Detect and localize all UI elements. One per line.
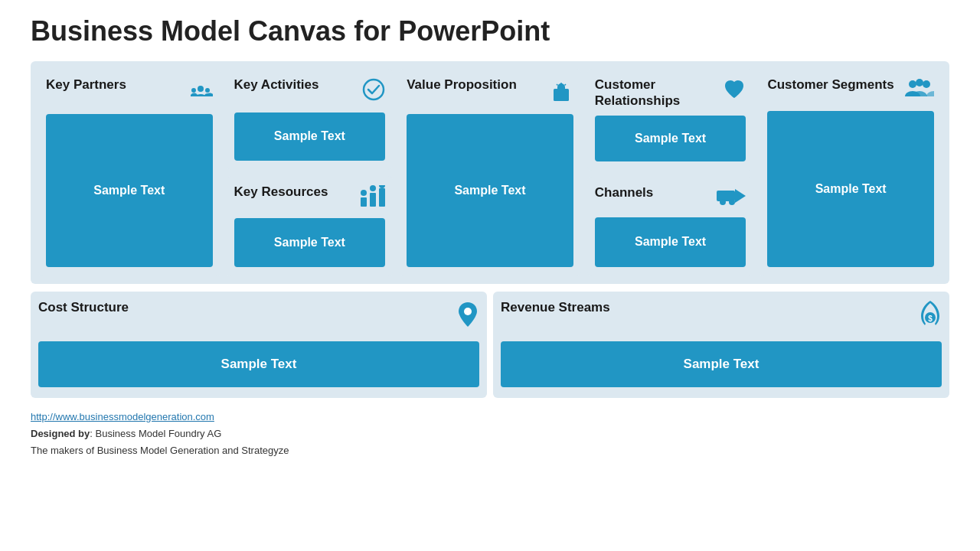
customer-segments-header: Customer Segments — [767, 77, 934, 105]
key-resources-cell: Key Resources Sample Text — [227, 176, 394, 277]
key-partners-sample: Sample Text — [46, 114, 213, 267]
cost-structure-cell: Cost Structure Sample Text — [31, 292, 487, 398]
customer-relationships-title: Customer Relationships — [595, 77, 719, 109]
channels-icon — [717, 186, 746, 211]
key-partners-header: Key Partners — [46, 77, 213, 108]
top-row: Key Partners Sample Text Key Activities … — [31, 61, 949, 284]
customer-relationships-sample: Sample Text — [595, 116, 746, 161]
footer-designed: : Business Model Foundry AG — [90, 428, 221, 439]
bottom-row: Cost Structure Sample Text Revenue Strea… — [31, 292, 949, 398]
cost-structure-title: Cost Structure — [38, 299, 129, 315]
svg-point-4 — [361, 190, 367, 196]
footer: http://www.businessmodelgeneration.com D… — [31, 409, 949, 459]
key-resources-icon — [361, 185, 385, 212]
cust-rel-channels-cell: Customer Relationships Sample Text Chann… — [587, 69, 754, 276]
key-activities-icon — [362, 78, 385, 106]
revenue-streams-sample: Sample Text — [501, 341, 942, 387]
key-partners-icon — [188, 78, 213, 108]
key-activities-header: Key Activities — [234, 77, 386, 106]
revenue-streams-cell: Revenue Streams $ Sample Text — [493, 292, 949, 398]
svg-rect-3 — [379, 188, 385, 207]
svg-rect-2 — [370, 193, 376, 207]
page-title: Business Model Canvas for PowerPoint — [31, 15, 949, 47]
svg-rect-8 — [559, 86, 564, 89]
key-partners-cell: Key Partners Sample Text — [38, 69, 220, 276]
svg-marker-11 — [735, 189, 746, 203]
key-partners-title: Key Partners — [46, 77, 126, 93]
svg-point-13 — [729, 199, 735, 205]
activities-resources-cell: Key Activities Sample Text Key Resources… — [227, 69, 394, 276]
svg-point-12 — [720, 199, 726, 205]
customer-relationships-cell: Customer Relationships Sample Text — [587, 69, 754, 171]
channels-header: Channels — [595, 184, 746, 211]
channels-cell: Channels Sample Text — [587, 177, 754, 277]
svg-point-0 — [364, 80, 384, 99]
svg-point-5 — [370, 185, 376, 191]
key-activities-sample: Sample Text — [234, 112, 386, 161]
svg-rect-1 — [361, 197, 367, 207]
value-prop-header: Value Proposition — [407, 77, 573, 108]
svg-point-17 — [464, 308, 472, 315]
customer-segments-icon — [905, 78, 934, 105]
key-activities-title: Key Activities — [234, 77, 319, 93]
svg-point-16 — [916, 79, 923, 86]
cost-structure-icon — [456, 301, 479, 334]
svg-rect-9 — [558, 93, 564, 95]
footer-link[interactable]: http://www.businessmodelgeneration.com — [31, 411, 214, 422]
channels-sample: Sample Text — [595, 217, 746, 268]
svg-point-15 — [923, 80, 930, 88]
value-prop-title: Value Proposition — [407, 77, 517, 93]
channels-title: Channels — [595, 184, 654, 201]
revenue-streams-icon: $ — [919, 301, 942, 334]
key-activities-cell: Key Activities Sample Text — [227, 69, 394, 170]
customer-relationships-header: Customer Relationships — [595, 77, 746, 109]
svg-point-14 — [909, 80, 916, 88]
key-resources-title: Key Resources — [234, 184, 328, 200]
cost-structure-header: Cost Structure — [38, 299, 479, 334]
revenue-streams-title: Revenue Streams — [501, 299, 610, 315]
customer-relationships-icon — [723, 78, 746, 105]
value-prop-cell: Value Proposition Sample Text — [399, 69, 581, 276]
svg-point-6 — [379, 185, 385, 188]
canvas-grid: Key Partners Sample Text Key Activities … — [31, 61, 949, 398]
value-prop-sample: Sample Text — [407, 114, 573, 267]
key-resources-header: Key Resources — [234, 184, 386, 212]
customer-segments-title: Customer Segments — [767, 77, 893, 93]
customer-segments-sample: Sample Text — [767, 111, 934, 267]
svg-text:$: $ — [928, 315, 933, 323]
value-prop-icon — [549, 78, 573, 108]
footer-tagline: The makers of Business Model Generation … — [31, 445, 289, 456]
revenue-streams-header: Revenue Streams $ — [501, 299, 942, 334]
customer-segments-cell: Customer Segments Sample Text — [760, 69, 942, 276]
key-resources-sample: Sample Text — [234, 218, 386, 268]
cost-structure-sample: Sample Text — [38, 341, 479, 387]
